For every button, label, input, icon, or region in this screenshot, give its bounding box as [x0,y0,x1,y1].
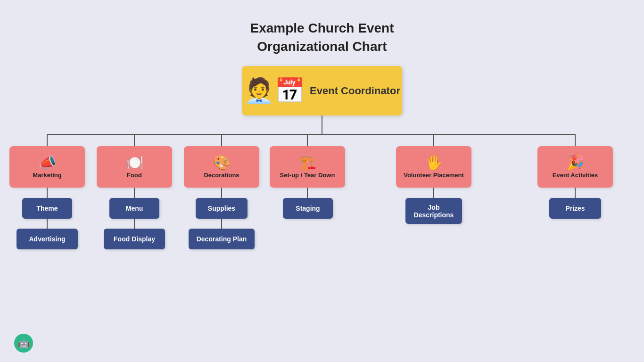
bottom-logo: 🤖 [14,334,33,353]
title-line2: Organizational Chart [257,39,387,54]
l1-setup: 🏗️ Set-up / Tear Down [270,146,345,188]
l2-prizes: Prizes [549,198,601,219]
l1-volunteer: 🖐️ Volunteer Placement [396,146,471,188]
l2-advertising: Advertising [17,229,78,249]
page: Example Church Event Organizational Char… [0,0,644,362]
l2-food-display: Food Display [104,229,165,249]
coordinator-icon: 🧑‍💼📅 [244,76,305,105]
logo-icon: 🤖 [18,337,30,349]
l2-job-descriptions: Job Descriptions [405,198,462,224]
l1-marketing: 📣 Marketing [9,146,85,188]
chart-area: 🧑‍💼📅 Event Coordinator 📣 Marketing Theme… [0,61,644,358]
root-node: 🧑‍💼📅 Event Coordinator [242,66,402,115]
l1-food: 🍽️ Food [97,146,172,188]
l2-menu: Menu [109,198,159,219]
title-line1: Example Church Event [250,21,394,35]
root-label: Event Coordinator [310,85,400,97]
l1-decorations: 🎨 Decorations [184,146,259,188]
l2-supplies: Supplies [196,198,248,219]
chart-title: Example Church Event Organizational Char… [0,0,644,65]
l1-activities: 🎉 Event Activities [537,146,613,188]
l2-theme: Theme [22,198,72,219]
l2-staging: Staging [283,198,333,219]
l2-decorating-plan: Decorating Plan [189,229,255,249]
